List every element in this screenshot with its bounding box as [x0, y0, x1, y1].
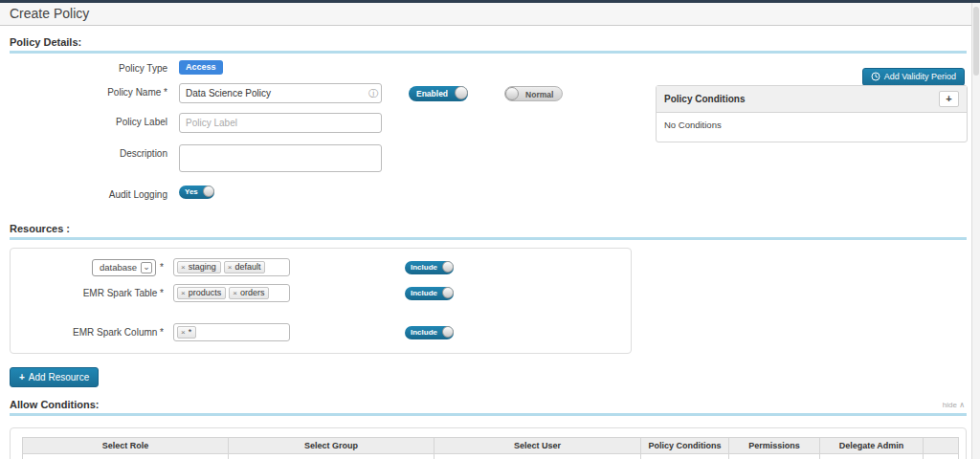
description-label: Description [10, 144, 179, 159]
toggle-knob [505, 87, 519, 100]
page-title: Create Policy [0, 3, 980, 26]
remove-tag-icon[interactable]: × [233, 289, 237, 297]
add-validity-period-label: Add Validity Period [884, 72, 956, 81]
column-tags-input[interactable]: ×* [173, 323, 290, 341]
tag-products: ×products [177, 287, 226, 299]
policy-name-input[interactable] [179, 83, 382, 103]
audit-logging-toggle[interactable]: Yes [179, 186, 214, 199]
tag-label: products [189, 288, 222, 297]
tag-default: ×default [224, 261, 266, 273]
policy-priority-toggle[interactable]: Normal [504, 86, 563, 101]
allow-conditions-section-title: Allow Conditions: hide ∧ [10, 399, 967, 416]
include-toggle-label: Include [411, 328, 437, 337]
policy-details-fields: Policy Type Access Policy Name * ⓘ Enabl… [10, 59, 546, 200]
include-toggle-label: Include [411, 263, 437, 272]
description-input[interactable] [179, 144, 382, 172]
header-select-user: Select User [434, 438, 641, 454]
database-include-toggle[interactable]: Include [405, 261, 454, 274]
header-select-group: Select Group [229, 438, 434, 454]
create-policy-form: Policy Details: Add Validity Period Poli… [0, 26, 980, 459]
tag-label: staging [189, 262, 216, 272]
policy-conditions-panel: Policy Conditions + No Conditions [656, 85, 968, 142]
policy-label-input[interactable] [179, 113, 382, 133]
policy-type-badge: Access [179, 60, 223, 75]
include-toggle-label: Include [411, 289, 437, 297]
tag-wildcard: ×* [177, 326, 196, 339]
toggle-knob [203, 186, 214, 197]
table-tags-input[interactable]: ×products ×orders [173, 284, 290, 302]
policy-label-label: Policy Label [10, 113, 179, 127]
hide-label: hide [943, 401, 957, 409]
remove-tag-icon[interactable]: × [181, 289, 186, 297]
allow-conditions-table: Select Role Select Group Select User Pol… [22, 437, 959, 459]
clock-icon [871, 72, 880, 81]
toggle-knob [442, 287, 454, 298]
policy-conditions-empty-text: No Conditions [657, 113, 967, 142]
remove-tag-icon[interactable]: × [181, 263, 186, 272]
header-actions [924, 438, 959, 454]
chevron-up-icon: ∧ [959, 401, 965, 409]
policy-type-label: Policy Type [10, 59, 179, 74]
required-asterisk: * [160, 262, 164, 273]
audit-logging-label: Audit Logging [10, 186, 179, 200]
resources-box: database ⌄ * ×staging ×default Include E… [10, 248, 632, 354]
resource-type-select[interactable]: database ⌄ [92, 259, 156, 276]
toggle-knob [455, 86, 468, 99]
header-select-role: Select Role [23, 438, 229, 454]
hide-section-link[interactable]: hide ∧ [943, 401, 965, 409]
policy-enabled-toggle[interactable]: Enabled [409, 86, 468, 101]
add-policy-condition-button[interactable]: + [939, 91, 959, 107]
audit-logging-toggle-label: Yes [185, 187, 198, 196]
add-validity-period-button[interactable]: Add Validity Period [862, 68, 965, 86]
chevron-down-icon: ⌄ [141, 262, 152, 273]
policy-enabled-toggle-label: Enabled [416, 89, 448, 98]
scrollbar-thumb[interactable] [973, 7, 979, 76]
plus-icon: + [19, 372, 25, 382]
resource-type-select-value: database [100, 262, 137, 273]
table-include-toggle[interactable]: Include [405, 287, 454, 300]
remove-tag-icon[interactable]: × [228, 263, 233, 272]
emr-spark-table-label: EMR Spark Table * [11, 288, 173, 298]
tag-label: default [234, 262, 260, 272]
allow-conditions-title-text: Allow Conditions: [10, 399, 99, 410]
policy-details-section-title: Policy Details: [10, 36, 967, 54]
tag-staging: ×staging [177, 261, 221, 273]
policy-conditions-panel-title: Policy Conditions [664, 94, 745, 104]
tag-label: * [189, 327, 192, 337]
emr-spark-column-label: EMR Spark Column * [11, 327, 173, 338]
column-include-toggle[interactable]: Include [405, 326, 454, 339]
policy-priority-toggle-label: Normal [525, 90, 553, 99]
page-scrollbar[interactable] [971, 3, 980, 459]
table-row: ×tina ×alex Add Conditions + read select… [23, 454, 959, 459]
database-tags-input[interactable]: ×staging ×default [173, 258, 290, 276]
tag-label: orders [240, 288, 265, 297]
toggle-knob [442, 261, 454, 273]
resources-section-title: Resources : [10, 223, 967, 240]
add-resource-button[interactable]: + Add Resource [10, 367, 99, 387]
tag-orders: ×orders [229, 287, 269, 299]
policy-name-label: Policy Name * [10, 83, 179, 98]
add-resource-label: Add Resource [29, 372, 89, 382]
info-icon[interactable]: ⓘ [368, 87, 378, 100]
header-permissions: Permissions [729, 438, 820, 454]
remove-tag-icon[interactable]: × [181, 328, 186, 337]
toggle-knob [442, 326, 454, 338]
header-policy-conditions: Policy Conditions [641, 438, 729, 454]
table-header-row: Select Role Select Group Select User Pol… [23, 438, 959, 454]
header-delegate-admin: Delegate Admin [820, 438, 924, 454]
allow-conditions-box: Select Role Select Group Select User Pol… [10, 427, 967, 459]
